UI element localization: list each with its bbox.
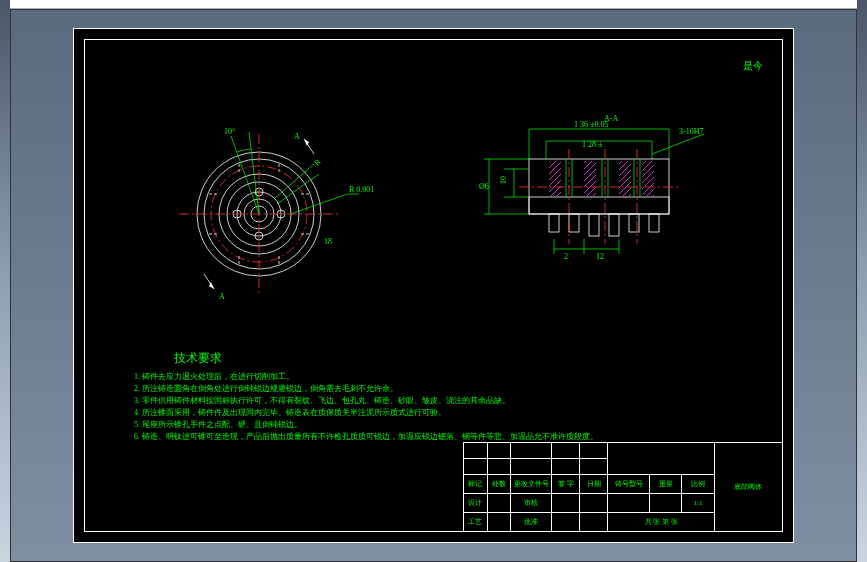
dim-r2: R 0.001	[349, 185, 374, 194]
section-view: A-A 1 36 ±0.05 1 28 ± 3-10H7	[454, 109, 734, 309]
svg-rect-42	[629, 214, 639, 232]
svg-rect-41	[609, 214, 619, 236]
svg-rect-47	[642, 161, 654, 196]
section-marker-a-top: A	[294, 132, 314, 154]
note-line-5: 5. 尾座所示锥孔手件之点配、硬、且倒钝锐边。	[134, 419, 598, 431]
title-block: 底部阀体 标记 处数 更改文件号 签 字 日期 铸号型号 重量 比例	[463, 442, 783, 532]
dim-r1: R	[313, 157, 323, 168]
scale-value: 1:1	[682, 494, 715, 513]
notes-title: 技术要求	[174, 349, 598, 367]
svg-text:10: 10	[499, 176, 508, 184]
svg-text:Ø6: Ø6	[479, 182, 489, 191]
svg-text:2: 2	[564, 252, 568, 261]
svg-text:1 36 ±0.05: 1 36 ±0.05	[574, 120, 608, 129]
svg-rect-38	[549, 214, 559, 232]
dim-dia: 18	[324, 237, 332, 246]
svg-rect-37	[529, 197, 669, 214]
svg-text:A: A	[219, 292, 225, 301]
svg-rect-46	[619, 161, 631, 196]
svg-text:A: A	[294, 132, 300, 141]
svg-rect-45	[584, 161, 596, 196]
svg-rect-43	[649, 214, 659, 232]
cad-window: 是今	[10, 0, 857, 562]
svg-rect-39	[569, 214, 579, 232]
view-label: 是今	[743, 59, 763, 73]
front-view: A A 10°	[134, 89, 384, 339]
svg-text:1 28 ±: 1 28 ±	[582, 140, 603, 149]
drawing-sheet[interactable]: 是今	[73, 28, 794, 543]
svg-rect-40	[589, 214, 599, 236]
svg-line-20	[231, 136, 259, 214]
titlebar	[10, 0, 857, 9]
dim-angle: 10°	[224, 127, 235, 136]
canvas[interactable]: 是今	[10, 9, 857, 562]
note-line-3: 3. 零件供用铸件材料按国标执行许可，不得有裂纹、飞边、包孔丸、铸造、砂眼、皱皮…	[134, 395, 598, 407]
svg-line-32	[652, 134, 704, 154]
note-line-4: 4. 所注锥面采用，铸件件及出现同内完毕。铸造表在质保质关半注泥所示质式进行可验…	[134, 407, 598, 419]
svg-line-23	[277, 174, 319, 204]
note-line-1: 1. 铸件去应力退火处理后，在进行切削加工。	[134, 371, 598, 383]
section-marker-a-bottom: A	[204, 274, 225, 301]
drawing-title: 底部阀体	[714, 443, 782, 532]
svg-text:3-10H7: 3-10H7	[679, 127, 703, 136]
technical-notes: 技术要求 1. 铸件去应力退火处理后，在进行切削加工。 2. 所注铸造圆角在倒角…	[134, 349, 598, 443]
note-line-2: 2. 所注铸造圆角在倒角处进行倒钝锐边规避锐边，倒角需去毛刺不允许余。	[134, 383, 598, 395]
svg-text:12: 12	[596, 252, 604, 261]
svg-rect-44	[549, 161, 561, 196]
